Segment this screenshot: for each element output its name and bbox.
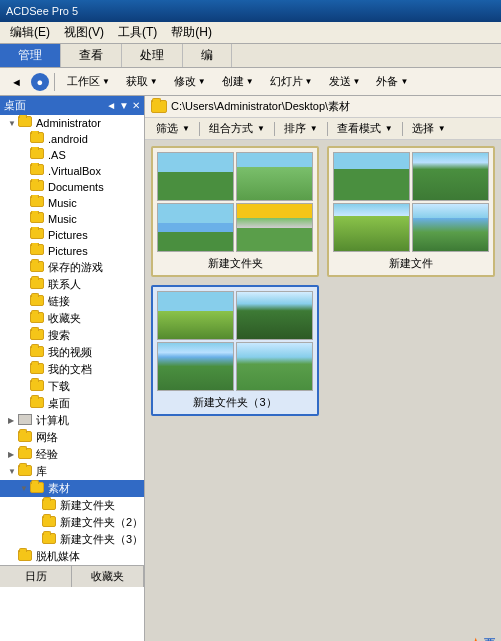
sort-label: 排序	[284, 121, 306, 136]
back-button[interactable]: ◄	[4, 73, 29, 91]
sort-button[interactable]: 排序 ▼	[279, 120, 323, 137]
menu-view[interactable]: 视图(V)	[58, 22, 110, 43]
tree-label: 新建文件夹（3）	[60, 532, 143, 547]
tree-item-new-folder-3[interactable]: 新建文件夹（3）	[0, 531, 144, 548]
thumb-img-6	[412, 152, 489, 201]
tree-item-favorites[interactable]: 收藏夹	[0, 310, 144, 327]
tree-item-new-folder-1[interactable]: 新建文件夹	[0, 497, 144, 514]
group-button[interactable]: 组合方式 ▼	[204, 120, 270, 137]
tree-item-pictures2[interactable]: Pictures	[0, 243, 144, 259]
send-label: 发送	[329, 74, 351, 89]
tree-label: Pictures	[48, 229, 88, 241]
sidebar-tab-favorites[interactable]: 收藏夹	[72, 566, 144, 587]
tree-item-contacts[interactable]: 联系人	[0, 276, 144, 293]
tree-item-documents[interactable]: Documents	[0, 179, 144, 195]
filter-button[interactable]: 筛选 ▼	[151, 120, 195, 137]
folder-icon	[42, 516, 58, 530]
send-button[interactable]: 发送 ▼	[322, 71, 368, 92]
tree-item-offline-media[interactable]: 脱机媒体	[0, 548, 144, 565]
tree-label: 链接	[48, 294, 70, 309]
tree-item-my-docs[interactable]: 我的文档	[0, 361, 144, 378]
view-mode-button[interactable]: 查看模式 ▼	[332, 120, 398, 137]
tree-item-saved-games[interactable]: 保存的游戏	[0, 259, 144, 276]
tree-item-new-folder-2[interactable]: 新建文件夹（2）	[0, 514, 144, 531]
menu-tools[interactable]: 工具(T)	[112, 22, 163, 43]
app-title: ACDSee Pro 5	[6, 5, 78, 17]
thumb-img-2	[236, 152, 313, 201]
slideshow-button[interactable]: 幻灯片 ▼	[263, 71, 320, 92]
workspace-button[interactable]: 工作区 ▼	[60, 71, 117, 92]
tree-item-virtualbox[interactable]: .VirtualBox	[0, 163, 144, 179]
tree-item-as[interactable]: .AS	[0, 147, 144, 163]
external-button[interactable]: 外备 ▼	[369, 71, 415, 92]
thumb-img-4	[236, 203, 313, 252]
tree-label: 我的文档	[48, 362, 92, 377]
tree-label: 经验	[36, 447, 58, 462]
tree-item-music1[interactable]: Music	[0, 195, 144, 211]
folder-item-2[interactable]: 新建文件	[327, 146, 495, 277]
thumb-img-9	[157, 291, 234, 340]
tree-item-android[interactable]: .android	[0, 131, 144, 147]
thumb-img-10	[236, 291, 313, 340]
tree-item-experience[interactable]: ▶ 经验	[0, 446, 144, 463]
tree-item-links[interactable]: 链接	[0, 293, 144, 310]
folder-item-1[interactable]: 新建文件夹	[151, 146, 319, 277]
folder-icon	[30, 397, 46, 411]
menu-edit[interactable]: 编辑(E)	[4, 22, 56, 43]
sidebar-tabs: 日历 收藏夹	[0, 565, 144, 587]
menu-bar: 编辑(E) 视图(V) 工具(T) 帮助(H)	[0, 22, 501, 44]
folder-label-2: 新建文件	[389, 256, 433, 271]
tree-item-administrator[interactable]: ▼ Administrator	[0, 115, 144, 131]
main-area: 桌面 ◄ ▼ ✕ ▼ Administrator .android .AS	[0, 96, 501, 641]
expand-icon: ▼	[8, 119, 18, 128]
group-arrow: ▼	[257, 124, 265, 133]
slideshow-label: 幻灯片	[270, 74, 303, 89]
content-toolbar: 筛选 ▼ 组合方式 ▼ 排序 ▼ 查看模式 ▼ 选择 ▼	[145, 118, 501, 140]
thumb-img-8	[412, 203, 489, 252]
folder-label-1: 新建文件夹	[208, 256, 263, 271]
filter-label: 筛选	[156, 121, 178, 136]
tree-label: 下载	[48, 379, 70, 394]
tab-edit[interactable]: 编	[183, 44, 232, 67]
tree-item-download[interactable]: 下载	[0, 378, 144, 395]
tree-item-pictures1[interactable]: Pictures	[0, 227, 144, 243]
forward-button[interactable]: ●	[31, 73, 49, 91]
sidebar-close-icon[interactable]: ✕	[132, 100, 140, 111]
tree-item-search[interactable]: 搜索	[0, 327, 144, 344]
send-arrow: ▼	[353, 77, 361, 86]
folder-icon	[30, 244, 46, 258]
tree-label: 库	[36, 464, 47, 479]
tree-item-music2[interactable]: Music	[0, 211, 144, 227]
tree-item-material[interactable]: ▼ 素材	[0, 480, 144, 497]
tree-item-network[interactable]: 网络	[0, 429, 144, 446]
thumb-img-7	[333, 203, 410, 252]
menu-help[interactable]: 帮助(H)	[165, 22, 218, 43]
tree-item-computer[interactable]: ▶ 计算机	[0, 412, 144, 429]
create-button[interactable]: 创建 ▼	[215, 71, 261, 92]
ct-sep-1	[199, 122, 200, 136]
tab-view[interactable]: 查看	[61, 44, 122, 67]
sidebar-dropdown-icon[interactable]: ▼	[119, 100, 129, 111]
sidebar-pin-icon[interactable]: ◄	[106, 100, 116, 111]
tree-item-library[interactable]: ▼ 库	[0, 463, 144, 480]
sidebar-tab-calendar[interactable]: 日历	[0, 566, 72, 587]
tree-label: Administrator	[36, 117, 101, 129]
folder-thumbnails-2	[333, 152, 489, 252]
view-mode-label: 查看模式	[337, 121, 381, 136]
tree-item-my-videos[interactable]: 我的视频	[0, 344, 144, 361]
folder-icon	[30, 295, 46, 309]
tree-item-desktop[interactable]: 桌面	[0, 395, 144, 412]
acquire-button[interactable]: 获取 ▼	[119, 71, 165, 92]
modify-button[interactable]: 修改 ▼	[167, 71, 213, 92]
toolbar: ◄ ● 工作区 ▼ 获取 ▼ 修改 ▼ 创建 ▼ 幻灯片 ▼ 发送 ▼ 外备 ▼	[0, 68, 501, 96]
sidebar-controls: ◄ ▼ ✕	[106, 100, 140, 111]
folder-item-3[interactable]: 新建文件夹（3）	[151, 285, 319, 416]
folder-icon	[30, 261, 46, 275]
tree-label: Music	[48, 197, 77, 209]
tab-process[interactable]: 处理	[122, 44, 183, 67]
sidebar: 桌面 ◄ ▼ ✕ ▼ Administrator .android .AS	[0, 96, 145, 641]
select-button[interactable]: 选择 ▼	[407, 120, 451, 137]
select-label: 选择	[412, 121, 434, 136]
ct-sep-4	[402, 122, 403, 136]
tab-manage[interactable]: 管理	[0, 44, 61, 67]
